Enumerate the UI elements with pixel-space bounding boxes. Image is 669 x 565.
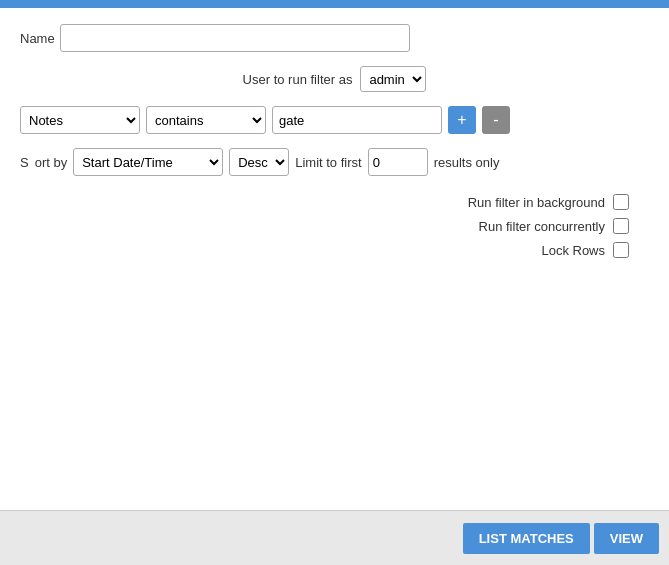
- run-concurrent-checkbox[interactable]: [613, 218, 629, 234]
- sort-dir-select[interactable]: Desc Asc: [229, 148, 289, 176]
- filter-value-input[interactable]: [272, 106, 442, 134]
- limit-label: Limit to first: [295, 155, 361, 170]
- user-label: User to run filter as: [243, 72, 353, 87]
- sort-field-select[interactable]: Start Date/Time Title Author Date: [73, 148, 223, 176]
- run-concurrent-label: Run filter concurrently: [479, 219, 605, 234]
- remove-filter-button[interactable]: -: [482, 106, 510, 134]
- sort-row: S ort by Start Date/Time Title Author Da…: [20, 148, 649, 176]
- sort-label-ort: ort by: [35, 155, 68, 170]
- lock-rows-checkbox[interactable]: [613, 242, 629, 258]
- list-matches-button[interactable]: LIST MATCHES: [463, 523, 590, 554]
- lock-rows-row: Lock Rows: [541, 242, 629, 258]
- filter-row: Notes Title Body Author Date contains eq…: [20, 106, 649, 134]
- run-background-row: Run filter in background: [468, 194, 629, 210]
- run-background-checkbox[interactable]: [613, 194, 629, 210]
- lock-rows-label: Lock Rows: [541, 243, 605, 258]
- name-row: Name: [20, 24, 649, 52]
- sort-label: S: [20, 155, 29, 170]
- run-concurrent-row: Run filter concurrently: [479, 218, 629, 234]
- name-label: Name: [20, 31, 60, 46]
- main-content: Name User to run filter as admin Notes T…: [0, 8, 669, 294]
- run-background-label: Run filter in background: [468, 195, 605, 210]
- limit-spinner-wrapper: [368, 148, 428, 176]
- results-label: results only: [434, 155, 500, 170]
- limit-input[interactable]: [368, 148, 428, 176]
- field-select[interactable]: Notes Title Body Author Date: [20, 106, 140, 134]
- name-input[interactable]: [60, 24, 410, 52]
- user-select[interactable]: admin: [360, 66, 426, 92]
- add-filter-button[interactable]: +: [448, 106, 476, 134]
- top-bar: [0, 0, 669, 8]
- footer: LIST MATCHES VIEW: [0, 510, 669, 565]
- options-section: Run filter in background Run filter conc…: [20, 194, 649, 258]
- view-button[interactable]: VIEW: [594, 523, 659, 554]
- user-row: User to run filter as admin: [20, 66, 649, 92]
- condition-select[interactable]: contains equals starts with ends with is…: [146, 106, 266, 134]
